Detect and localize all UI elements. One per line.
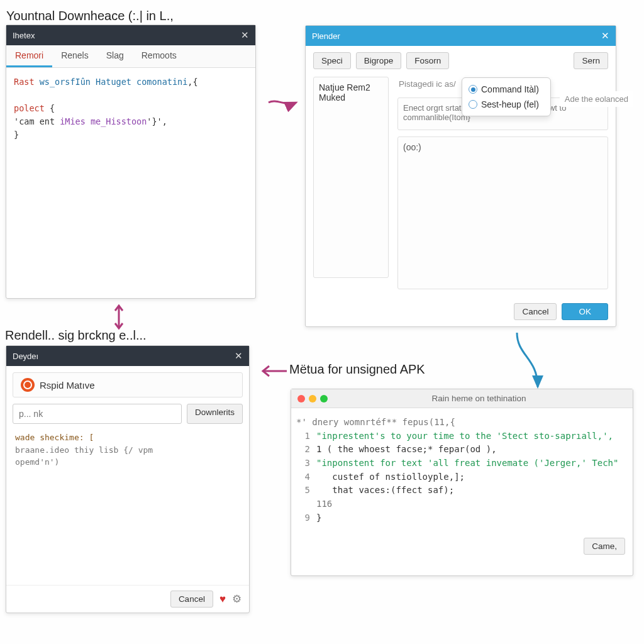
line-number (296, 497, 310, 511)
ok-button[interactable]: OK (562, 303, 608, 320)
line-number: 5 (296, 484, 310, 497)
line-number: 1 (296, 430, 310, 443)
cancel-button[interactable]: Cancel (170, 591, 213, 608)
code-line: 1 ( the whoest facse;* fepar(od ), (316, 444, 497, 454)
code-line: "inponstent for text 'all freat invemate… (316, 458, 618, 468)
code-tok: 'cam ent (14, 116, 60, 126)
gear-icon[interactable]: ⚙ (232, 592, 242, 606)
toolbar-btn-fosorn[interactable]: Fosorn (406, 52, 449, 69)
titlebar[interactable]: Deydeı ✕ (6, 346, 249, 366)
traffic-light-max-icon[interactable] (320, 395, 328, 402)
arrow-curve-down (509, 330, 547, 393)
tab-bar: Remori Renels Slag Remoots (6, 45, 255, 68)
editor-window-ihetex: Ihetex ✕ Remori Renels Slag Remoots Rast… (6, 25, 256, 299)
heart-icon[interactable]: ♥ (219, 593, 226, 606)
terminal-body[interactable]: *' dnery womnrtéf** fepus(11,{ 1"inprest… (291, 408, 633, 533)
window-title: Rain heme on tethination (331, 394, 626, 403)
code-line: "inprestent's to your time to the 'Stect… (316, 431, 613, 441)
radio-dot-icon (469, 85, 477, 94)
titlebar[interactable]: Ihetex ✕ (6, 25, 255, 45)
code-line: custef of nstiolloyple,]; (316, 472, 465, 482)
toolbar-btn-speci[interactable]: Speci (313, 52, 351, 69)
left-list-panel[interactable]: Natjue Rem2 Muked (313, 77, 389, 278)
terminal-window: Rain heme on tethination *' dnery womnrt… (291, 389, 633, 576)
tab-remoots[interactable]: Remoots (133, 45, 186, 67)
dialog-plender: Plender ✕ Speci Bigrope Fosorn Sern Ade … (305, 25, 616, 327)
toolbar: Speci Bigrope Fosorn Sern (306, 46, 616, 69)
code-line: 116 (316, 499, 332, 509)
download-button[interactable]: Downlerits (187, 404, 243, 424)
arrow-left (260, 362, 288, 380)
window-title: Deydeı (13, 352, 38, 361)
code-tok: Rast (14, 77, 40, 87)
page-title-top: Yountnal Downheace (:.| in L., (6, 9, 174, 23)
code-editor[interactable]: Rast ws_orsfIûn Hatuget comonatini,{ pol… (6, 68, 255, 298)
dialog-deydel: Deydeı ✕ Rspid Matıve Downlerits wade sh… (6, 345, 250, 613)
line-number: 3 (296, 457, 310, 470)
tab-renels[interactable]: Renels (52, 45, 97, 67)
ubuntu-icon (21, 378, 35, 392)
close-icon[interactable]: ✕ (601, 30, 609, 42)
radio-sest-heup[interactable]: Sest-heup (fel) (469, 99, 539, 109)
line-number: 2 (296, 443, 310, 457)
source-chip-label: Rspid Matıve (40, 380, 95, 391)
apk-heading: Mëtua for unsigned APK (289, 362, 425, 377)
mac-titlebar[interactable]: Rain heme on tethination (291, 389, 633, 408)
output-box[interactable]: (oo:) (397, 136, 608, 289)
tab-remori[interactable]: Remori (6, 45, 52, 67)
code-line: braane.ideo thiy lisb {/ vpm (15, 444, 240, 457)
close-icon[interactable]: ✕ (235, 350, 243, 362)
window-title: Plender (312, 31, 340, 41)
code-tok: '}', (147, 116, 167, 126)
arrow-right-1 (267, 93, 299, 112)
traffic-light-close-icon[interactable] (297, 395, 305, 402)
line-number: 9 (296, 511, 310, 525)
toolbar-btn-sern[interactable]: Sern (574, 52, 608, 69)
code-tok: { (45, 103, 55, 113)
code-tok: ws_orsfIûn Hatuget comonatini (40, 77, 188, 87)
close-icon[interactable]: ✕ (241, 30, 249, 41)
snippet-area: wade sheckime: [ braane.ideo thiy lisb {… (6, 424, 249, 476)
code-tok: } (14, 130, 19, 140)
list-item[interactable]: Muked (319, 92, 383, 103)
arrow-updown (111, 303, 126, 331)
radio-command[interactable]: Command Itàl) (469, 84, 539, 94)
cancel-button[interactable]: Cancel (514, 303, 557, 320)
code-line: *' dnery womnrtéf** fepus(11,{ (296, 417, 455, 427)
list-item[interactable]: Natjue Rem2 (319, 82, 383, 92)
code-tok: ,{ (187, 77, 197, 87)
code-line: that vaces:(ffect saf); (316, 485, 454, 495)
code-tok: iMies me_Hisstoon (60, 116, 147, 126)
came-button[interactable]: Came, (584, 538, 625, 555)
code-line: wade sheckime: [ (15, 431, 240, 444)
tab-slag[interactable]: Slag (97, 45, 133, 67)
line-number: 4 (296, 470, 310, 484)
traffic-light-min-icon[interactable] (309, 395, 316, 402)
titlebar[interactable]: Plender ✕ (306, 26, 616, 46)
code-line: } (316, 513, 321, 523)
radio-popover: Command Itàl) Sest-heup (fel) (462, 77, 551, 116)
window-title: Ihetex (13, 31, 35, 40)
source-chip[interactable]: Rspid Matıve (13, 372, 243, 397)
radio-label: Sest-heup (fel) (481, 99, 539, 109)
radio-label: Command Itàl) (481, 84, 539, 94)
code-line: opemd'n') (15, 456, 240, 469)
code-tok: polect (14, 103, 45, 113)
page-title-mid: Rendell.. sig brckng e..l... (5, 328, 147, 343)
radio-dot-icon (469, 100, 477, 109)
toolbar-btn-bigrope[interactable]: Bigrope (356, 52, 402, 69)
ghost-hint[interactable]: Ade the eolanced (560, 91, 633, 107)
search-input[interactable] (13, 404, 182, 424)
